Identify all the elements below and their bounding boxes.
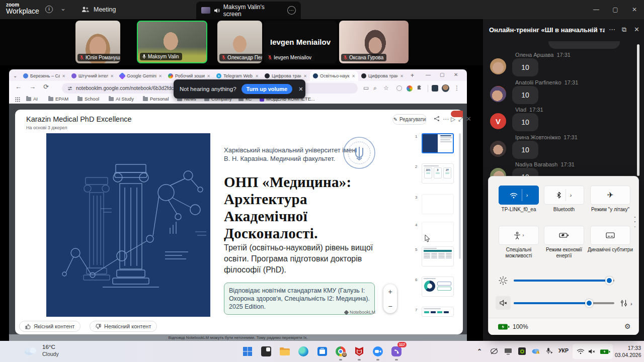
chat-message-author[interactable]: Nadiya Barabash17:31 [512, 161, 575, 168]
tab-close-icon[interactable]: ✕ [158, 74, 162, 78]
display-tray-icon[interactable] [504, 348, 512, 355]
brightness-slider[interactable] [514, 280, 614, 282]
tab-meeting[interactable]: Meeting [76, 0, 121, 19]
volume-mute-button[interactable] [496, 296, 511, 310]
fullscreen-icon[interactable]: ⤢ [458, 116, 463, 123]
video-tile-active-speaker[interactable]: Maksym Valin [137, 21, 207, 63]
play-icon[interactable]: ▷ [451, 116, 455, 123]
chat-message-bubble[interactable]: 10 [512, 141, 538, 159]
zoom-out-button[interactable]: − [388, 302, 392, 310]
video-tile[interactable]: Олександр Пелюх [217, 21, 262, 63]
chat-popout-icon[interactable]: ⧉ [622, 26, 626, 34]
bluetooth-expand-chevron[interactable]: › [570, 192, 572, 198]
volume-output-chevron[interactable]: › [630, 301, 632, 307]
accessibility-tile[interactable]: › [499, 226, 539, 245]
tab-search-chevron-icon[interactable]: ⌄ [13, 73, 17, 78]
browser-tab[interactable]: Березень – Сап✕ [20, 71, 68, 81]
cloud-sync-warning-tray-icon[interactable] [531, 347, 540, 357]
extension-dark-icon[interactable] [432, 85, 438, 92]
chat-message-author[interactable]: Ірина Жовтоніжко17:31 [512, 134, 578, 141]
window-minimize-button[interactable]: — [588, 0, 605, 19]
weather-widget[interactable] [23, 345, 38, 358]
volume-mixer-icon[interactable] [620, 300, 627, 307]
chat-scrollbar[interactable] [637, 44, 639, 176]
network-volume-battery-group[interactable] [573, 344, 613, 359]
window-close-button[interactable]: ✕ [626, 0, 643, 19]
tab-close-icon[interactable]: ✕ [110, 74, 114, 78]
feedback-negative-button[interactable]: Неякісний контент [90, 321, 157, 332]
airplane-mode-tile[interactable]: ✈ [590, 186, 630, 205]
slide-thumbnail[interactable] [422, 307, 454, 317]
slide-thumbnail[interactable] [422, 277, 454, 297]
microsoft-store-icon[interactable] [315, 345, 329, 358]
keyboard-language[interactable]: УКР [558, 347, 569, 353]
browser-maximize-button[interactable]: ▢ [440, 72, 444, 77]
video-tile[interactable]: Юлія Романуша [75, 21, 120, 63]
tab-close-icon[interactable]: ✕ [207, 74, 210, 78]
browser-menu-icon[interactable]: ⋮ [454, 84, 460, 92]
bookmark-folder[interactable]: AI [26, 96, 38, 102]
battery-saver-tile[interactable] [544, 226, 584, 245]
window-maximize-button[interactable]: ▢ [607, 0, 624, 19]
accessibility-expand-chevron[interactable]: › [523, 233, 524, 238]
tab-close-icon[interactable]: ✕ [62, 74, 65, 78]
volume-slider[interactable] [514, 302, 614, 304]
tab-options-icon[interactable]: ⋯ [287, 6, 296, 15]
browser-tab[interactable]: Цифрова тран✕ [358, 71, 407, 81]
chat-message-author[interactable]: Anatolii Parfinenko17:31 [512, 79, 578, 86]
chat-more-options-icon[interactable]: ⋯ [609, 26, 615, 33]
tray-overflow-chevron[interactable]: ⌃ [477, 348, 482, 355]
info-icon[interactable]: i [45, 6, 53, 13]
chrome-icon[interactable] [334, 345, 347, 358]
bookmark-folder[interactable]: AI Study [109, 96, 134, 102]
chat-message-bubble[interactable]: 10 [512, 113, 538, 131]
video-tile-no-video[interactable]: Ievgen Meniailov Ievgen Meniailov [264, 21, 337, 63]
edge-browser-icon[interactable] [297, 345, 310, 358]
taskbar-clock[interactable]: 17:33 03.04.2026 [615, 344, 641, 358]
tab-shared-screen[interactable]: Maksym Valin's screen ⋯ [196, 2, 301, 19]
thumbnail-scrollbar[interactable] [459, 133, 461, 259]
browser-tab[interactable]: Google Gemini✕ [117, 71, 165, 81]
brightness-slider-thumb[interactable] [605, 277, 613, 285]
slide-thumbnail[interactable] [422, 194, 454, 214]
cast-icon[interactable]: ▭ [363, 84, 369, 92]
browser-tab-active[interactable]: Освітньо-наук✕ [310, 71, 358, 81]
camera-off-tray-icon[interactable] [490, 348, 498, 354]
apps-grid-icon[interactable] [15, 97, 20, 102]
volume-slider-thumb[interactable] [585, 299, 593, 307]
reload-icon[interactable]: ⟳ [43, 83, 49, 90]
tab-close-icon[interactable]: ✕ [255, 74, 259, 78]
browser-close-button[interactable]: ✕ [454, 72, 458, 77]
extension-icon[interactable] [396, 85, 402, 91]
chat-message-bubble[interactable]: 10 [512, 86, 538, 104]
wifi-expand-chevron[interactable]: › [526, 192, 528, 198]
wifi-tile[interactable]: › [499, 186, 539, 205]
tab-close-icon[interactable]: ✕ [352, 74, 355, 78]
file-explorer-icon[interactable] [278, 345, 291, 358]
bookmark-folder[interactable]: Personal [143, 96, 169, 102]
share-icon[interactable] [434, 116, 440, 123]
close-slideshow-icon[interactable]: ✕ [466, 115, 471, 123]
bluetooth-tile[interactable]: › [544, 186, 584, 205]
start-button[interactable] [241, 345, 254, 358]
chat-close-icon[interactable]: ✕ [634, 26, 639, 33]
lens-search-icon[interactable]: ⌕ [373, 84, 377, 92]
extension-colored-icon[interactable] [407, 85, 413, 92]
bookmark-folder[interactable]: School [77, 96, 99, 102]
tab-close-icon[interactable]: ✕ [400, 74, 404, 78]
turn-up-volume-button[interactable]: Turn up volume [242, 84, 293, 94]
settings-gear-icon[interactable]: ⚙ [624, 322, 631, 330]
back-icon[interactable]: ← [15, 83, 22, 90]
mcafee-icon[interactable] [353, 345, 366, 358]
notification-close-icon[interactable]: ✕ [298, 86, 303, 93]
chat-message-author[interactable]: Олена Аршава17:31 [512, 51, 571, 58]
nvidia-tray-icon[interactable] [518, 347, 526, 355]
chat-message-bubble[interactable]: 10 [512, 58, 538, 76]
chat-message-author[interactable]: Vlad17:31 [512, 106, 543, 113]
browser-minimize-button[interactable]: — [426, 72, 431, 77]
tab-close-icon[interactable]: ✕ [303, 74, 307, 78]
slide-thumbnail[interactable] [422, 246, 454, 266]
zoom-app-icon[interactable] [371, 345, 384, 358]
slide-thumbnail[interactable]: 221 3 27 [422, 163, 454, 184]
microphone-tray-icon[interactable] [545, 347, 553, 357]
